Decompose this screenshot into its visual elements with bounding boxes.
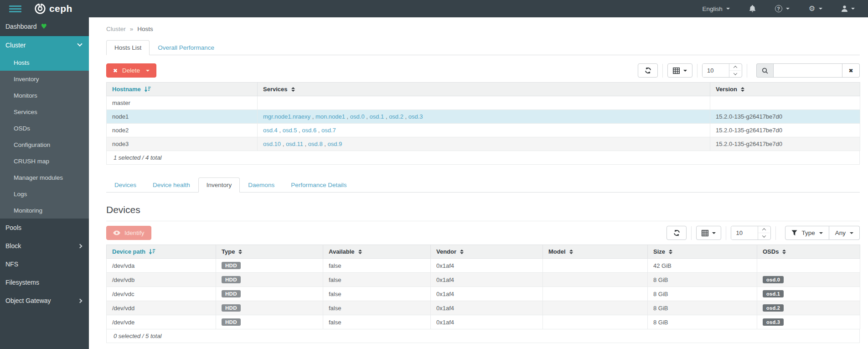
page-size-input[interactable] <box>731 226 758 240</box>
filter-value-dropdown[interactable]: Any <box>829 226 860 240</box>
gear-icon: ⚙ <box>809 5 815 12</box>
tab-performance-details[interactable]: Performance Details <box>283 177 355 193</box>
service-link[interactable]: osd.1 <box>365 113 384 120</box>
sidebar-item-monitors[interactable]: Monitors <box>0 87 89 104</box>
sidebar-item-nfs[interactable]: NFS <box>0 255 89 273</box>
sidebar-item-crush-map[interactable]: CRUSH map <box>0 153 89 169</box>
col-header-size[interactable]: Size <box>648 245 757 259</box>
sort-icon <box>238 250 242 254</box>
sidebar-item-manager-modules[interactable]: Manager modules <box>0 169 89 186</box>
col-header-available[interactable]: Available <box>323 245 431 259</box>
devices-header-row: Device path Type Av <box>107 245 860 259</box>
host-row-node3[interactable]: node3 osd.10osd.11osd.8osd.9 15.2.0-135-… <box>107 137 860 151</box>
service-link[interactable]: osd.9 <box>323 141 342 147</box>
sidebar-item-monitoring[interactable]: Monitoring <box>0 202 89 219</box>
device-row-vda[interactable]: /dev/vda HDD false 0x1af4 42 GiB <box>107 259 860 273</box>
host-row-node1[interactable]: node1 mgr.node1.nraexymon.node1osd.0osd.… <box>107 110 860 124</box>
service-link[interactable]: osd.6 <box>297 127 316 134</box>
model-cell <box>543 287 648 301</box>
breadcrumb-section[interactable]: Cluster <box>106 26 126 32</box>
chevron-down-icon <box>819 8 822 10</box>
spinner-down-button[interactable] <box>729 70 741 77</box>
sidebar-item-inventory[interactable]: Inventory <box>0 71 89 87</box>
col-header-hostname[interactable]: Hostname <box>107 83 258 96</box>
search-input[interactable] <box>773 63 842 78</box>
spinner-down-button[interactable] <box>758 233 770 240</box>
spinner-up-button[interactable] <box>729 64 741 70</box>
device-row-vdb[interactable]: /dev/vdb HDD false 0x1af4 8 GiB osd.0 <box>107 273 860 287</box>
refresh-button[interactable] <box>638 63 658 78</box>
chevron-up-icon <box>733 66 737 69</box>
columns-dropdown-button[interactable] <box>667 63 692 78</box>
osds-cell <box>757 259 860 273</box>
sidebar-item-filesystems[interactable]: Filesystems <box>0 273 89 292</box>
settings-dropdown[interactable]: ⚙ <box>799 0 832 17</box>
toolbar-divider <box>775 226 776 240</box>
service-link[interactable]: osd.4 <box>263 127 278 134</box>
cluster-submenu: Hosts Inventory Monitors Services OSDs C… <box>0 54 89 219</box>
device-row-vde[interactable]: /dev/vde HDD false 0x1af4 8 GiB osd.3 <box>107 315 860 329</box>
service-link[interactable]: osd.7 <box>316 127 336 134</box>
tab-device-health[interactable]: Device health <box>145 177 198 193</box>
sidebar-item-cluster[interactable]: Cluster <box>0 36 89 54</box>
service-link[interactable]: osd.5 <box>278 127 297 134</box>
vendor-cell: 0x1af4 <box>431 287 543 301</box>
sidebar-item-osds[interactable]: OSDs <box>0 120 89 136</box>
search-clear-button[interactable]: ✖ <box>842 63 860 78</box>
menu-toggle-button[interactable] <box>7 4 23 14</box>
tab-devices[interactable]: Devices <box>106 177 145 193</box>
page-size-spinner <box>729 64 741 77</box>
sort-icon <box>358 250 362 254</box>
sort-icon <box>569 250 573 254</box>
filter-type-dropdown[interactable]: Type <box>785 226 829 240</box>
page-size-input[interactable] <box>703 64 729 77</box>
sidebar-item-configuration[interactable]: Configuration <box>0 136 89 153</box>
tab-hosts-list[interactable]: Hosts List <box>106 40 150 55</box>
available-cell: false <box>323 287 431 301</box>
service-link[interactable]: osd.3 <box>403 113 423 120</box>
language-dropdown[interactable]: English <box>692 0 739 17</box>
service-link[interactable]: osd.2 <box>384 113 403 120</box>
host-row-master[interactable]: master <box>107 96 860 110</box>
service-link[interactable]: osd.8 <box>303 141 323 147</box>
navbar-left: ceph <box>0 3 72 15</box>
service-link[interactable]: osd.10 <box>263 141 281 147</box>
user-dropdown[interactable] <box>832 0 864 17</box>
notifications-button[interactable] <box>739 0 765 17</box>
identify-button[interactable]: Identify <box>106 226 151 240</box>
device-row-vdd[interactable]: /dev/vdd HDD false 0x1af4 8 GiB osd.2 <box>107 301 860 315</box>
col-header-version[interactable]: Version <box>710 83 860 96</box>
sidebar-item-object-gateway[interactable]: Object Gateway <box>0 292 89 310</box>
delete-button[interactable]: ✖ Delete <box>106 63 156 78</box>
size-cell: 8 GiB <box>648 315 757 329</box>
host-row-node2[interactable]: node2 osd.4osd.5osd.6osd.7 15.2.0-135-g2… <box>107 124 860 137</box>
tab-inventory[interactable]: Inventory <box>198 177 240 193</box>
sort-icon <box>291 87 295 92</box>
sidebar-item-dashboard[interactable]: Dashboard ♥ <box>0 17 89 36</box>
available-cell: false <box>323 315 431 329</box>
search-group: ✖ <box>756 63 860 78</box>
service-link[interactable]: osd.0 <box>345 113 365 120</box>
col-header-device-path[interactable]: Device path <box>107 245 216 259</box>
sidebar-item-logs[interactable]: Logs <box>0 186 89 202</box>
col-header-model[interactable]: Model <box>543 245 648 259</box>
spinner-up-button[interactable] <box>758 226 770 233</box>
sidebar-item-hosts[interactable]: Hosts <box>0 54 89 71</box>
service-link[interactable]: mon.node1 <box>310 113 345 120</box>
tab-overall-performance[interactable]: Overall Performance <box>150 40 222 55</box>
col-header-osds[interactable]: OSDs <box>757 245 860 259</box>
service-link[interactable]: mgr.node1.nraexy <box>263 113 310 120</box>
col-header-services[interactable]: Services <box>258 83 710 96</box>
tab-daemons[interactable]: Daemons <box>240 177 283 193</box>
refresh-button[interactable] <box>666 226 687 240</box>
service-link[interactable]: osd.11 <box>281 141 303 147</box>
columns-dropdown-button[interactable] <box>696 226 721 240</box>
section-divider <box>106 221 860 221</box>
col-header-type[interactable]: Type <box>216 245 323 259</box>
sidebar-item-services[interactable]: Services <box>0 104 89 120</box>
col-header-vendor[interactable]: Vendor <box>431 245 543 259</box>
device-row-vdc[interactable]: /dev/vdc HDD false 0x1af4 8 GiB osd.1 <box>107 287 860 301</box>
sidebar-item-pools[interactable]: Pools <box>0 219 89 237</box>
sidebar-item-block[interactable]: Block <box>0 237 89 255</box>
help-dropdown[interactable]: ? <box>765 0 799 17</box>
